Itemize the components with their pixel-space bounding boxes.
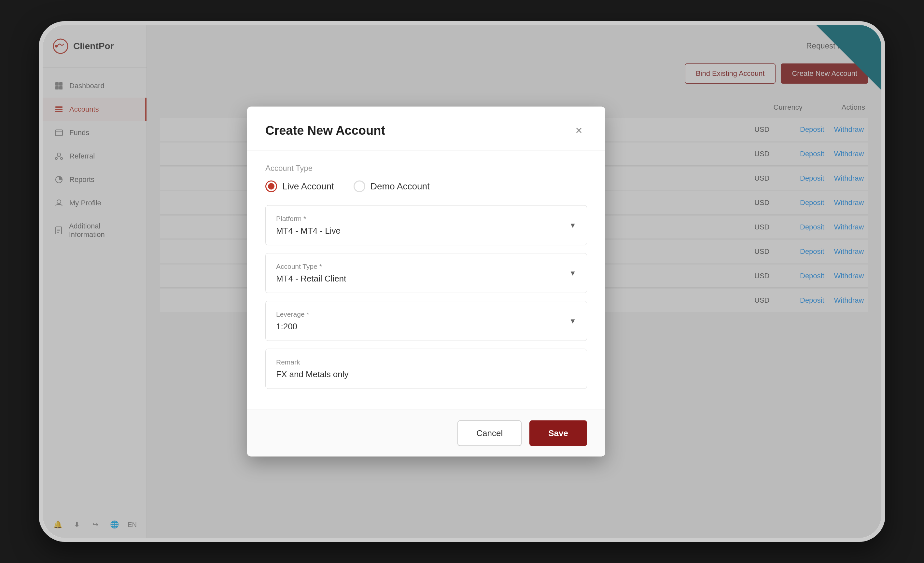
live-account-option[interactable]: Live Account <box>266 181 334 192</box>
modal-close-button[interactable]: × <box>571 122 587 139</box>
account-type-section: Account Type Live Account Demo Account <box>266 164 587 192</box>
demo-radio-circle <box>354 181 365 192</box>
remark-field[interactable]: Remark FX and Metals only <box>266 349 587 389</box>
live-radio-circle <box>266 181 277 192</box>
cancel-button[interactable]: Cancel <box>458 421 522 446</box>
save-button[interactable]: Save <box>530 421 587 446</box>
leverage-field-label: Leverage * <box>276 310 576 318</box>
remark-field-label: Remark <box>276 358 576 366</box>
leverage-field[interactable]: Leverage * 1:200 ▼ <box>266 301 587 341</box>
leverage-dropdown-arrow: ▼ <box>569 317 576 325</box>
demo-account-label: Demo Account <box>370 181 430 192</box>
modal-footer: Cancel Save <box>247 410 605 457</box>
leverage-field-value: 1:200 <box>276 322 576 332</box>
modal-body: Account Type Live Account Demo Account <box>247 151 605 410</box>
create-account-modal: Create New Account × Account Type Live A… <box>247 107 605 457</box>
live-account-label: Live Account <box>282 181 334 192</box>
tablet-frame: ClientPor Dashboard <box>39 21 885 542</box>
platform-field-value: MT4 - MT4 - Live <box>276 226 576 236</box>
app-background: ClientPor Dashboard <box>43 25 881 538</box>
modal-container: Create New Account × Account Type Live A… <box>247 107 605 457</box>
demo-account-option[interactable]: Demo Account <box>354 181 430 192</box>
live-radio-inner <box>268 183 274 190</box>
account-type-dropdown-arrow: ▼ <box>569 269 576 277</box>
modal-title: Create New Account <box>266 123 385 137</box>
account-type-field[interactable]: Account Type * MT4 - Retail Client ▼ <box>266 253 587 293</box>
account-type-section-label: Account Type <box>266 164 587 173</box>
platform-field-label: Platform * <box>276 215 576 223</box>
remark-field-value: FX and Metals only <box>276 369 576 379</box>
modal-header: Create New Account × <box>247 107 605 151</box>
platform-field[interactable]: Platform * MT4 - MT4 - Live ▼ <box>266 205 587 246</box>
account-type-field-label: Account Type * <box>276 263 576 270</box>
platform-dropdown-arrow: ▼ <box>569 221 576 229</box>
radio-group: Live Account Demo Account <box>266 181 587 192</box>
account-type-field-value: MT4 - Retail Client <box>276 274 576 284</box>
